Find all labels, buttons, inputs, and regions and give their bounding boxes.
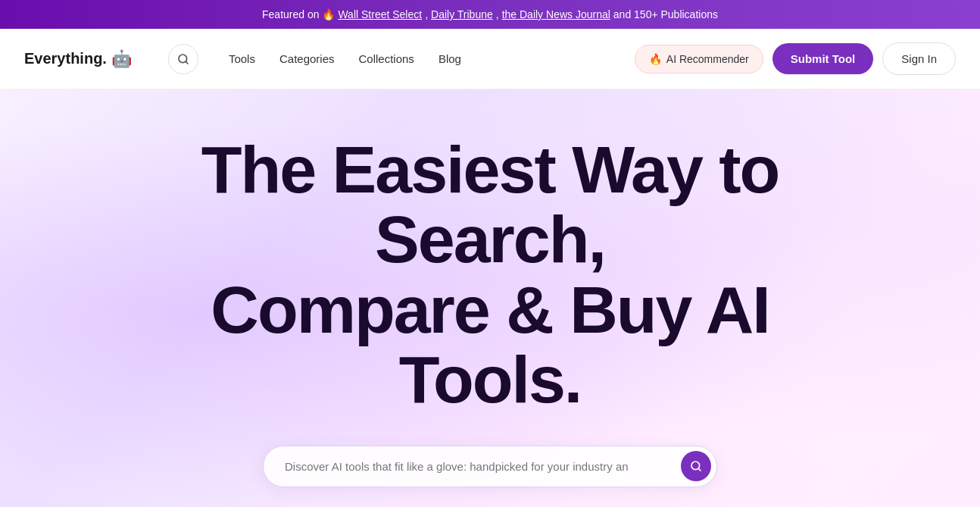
logo-text: Everything. <box>24 50 107 67</box>
svg-line-3 <box>698 468 701 471</box>
nav-categories[interactable]: Categories <box>279 52 335 65</box>
ai-recommender-label: AI Recommender <box>666 53 749 65</box>
announcement-prefix: Featured on 🔥 <box>262 8 335 20</box>
ai-recommender-button[interactable]: 🔥 AI Recommender <box>635 45 763 74</box>
search-icon <box>690 460 702 472</box>
submit-tool-button[interactable]: Submit Tool <box>772 43 874 74</box>
nav-blog[interactable]: Blog <box>439 52 461 65</box>
svg-line-1 <box>186 61 188 64</box>
announcement-suffix: and 150+ Publications <box>613 8 718 20</box>
hero-search-input[interactable] <box>263 446 717 487</box>
hero-title-line2: Search, <box>375 202 605 277</box>
sign-in-button[interactable]: Sign In <box>882 42 956 75</box>
hero-section: The Easiest Way to Search, Compare & Buy… <box>0 89 980 507</box>
nav-tools[interactable]: Tools <box>229 52 255 65</box>
logo-icon: 🤖 <box>111 49 132 69</box>
hero-title: The Easiest Way to Search, Compare & Buy… <box>149 135 831 415</box>
search-icon[interactable] <box>168 44 198 74</box>
wall-street-select-link[interactable]: Wall Street Select <box>338 8 422 20</box>
hero-title-line3: Compare & Buy AI Tools. <box>211 272 769 417</box>
daily-tribune-link[interactable]: Daily Tribune <box>431 8 493 20</box>
ai-recommender-emoji: 🔥 <box>649 53 662 65</box>
nav-links: Tools Categories Collections Blog <box>229 52 610 65</box>
nav-right: 🔥 AI Recommender Submit Tool Sign In <box>635 42 956 75</box>
hero-title-line1: The Easiest Way to <box>201 132 779 207</box>
nav-collections[interactable]: Collections <box>359 52 414 65</box>
hero-search-button[interactable] <box>681 451 711 481</box>
announcement-bar: Featured on 🔥 Wall Street Select, Daily … <box>0 0 980 29</box>
hero-search-container <box>263 446 717 487</box>
daily-news-journal-link[interactable]: the Daily News Journal <box>502 8 610 20</box>
logo[interactable]: Everything.🤖 <box>24 49 132 69</box>
navbar: Everything.🤖 Tools Categories Collection… <box>0 29 980 89</box>
